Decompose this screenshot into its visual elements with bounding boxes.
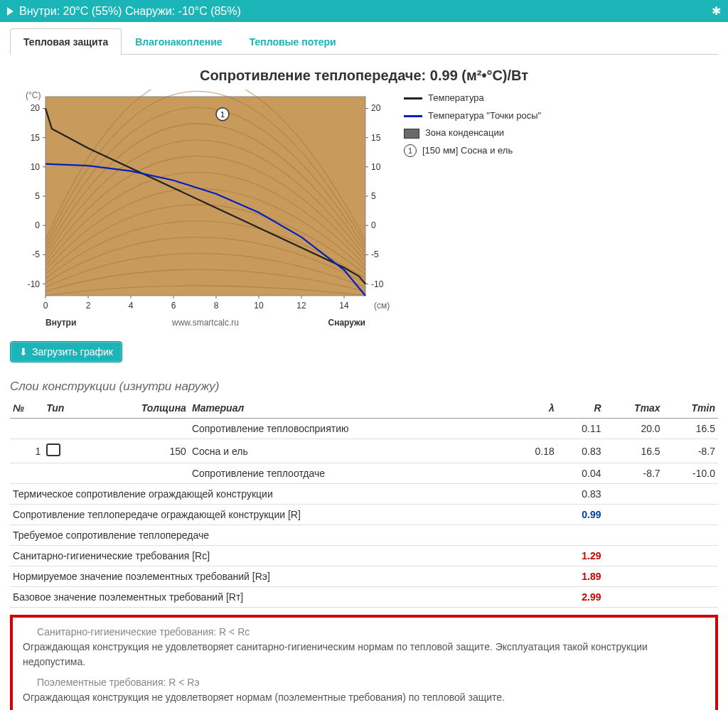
svg-text:2: 2 xyxy=(86,301,91,311)
svg-text:0: 0 xyxy=(43,301,48,311)
summary-row: Термическое сопротивление ограждающей ко… xyxy=(10,484,718,505)
gear-icon[interactable]: ✱ xyxy=(712,4,721,18)
table-row: Сопротивление тепловосприятию0.1120.016.… xyxy=(10,419,718,439)
col-r: R xyxy=(557,398,604,419)
tab-heatloss[interactable]: Тепловые потери xyxy=(236,28,350,55)
expand-icon xyxy=(7,7,14,16)
svg-text:www.smartcalc.ru: www.smartcalc.ru xyxy=(171,318,239,328)
summary-row: Требуемое сопротивление теплопередаче xyxy=(10,525,718,546)
chart-legend: Температура Температура "Точки росы" Зон… xyxy=(394,90,541,331)
legend-dewpoint: Температура "Точки росы" xyxy=(428,107,541,125)
tab-thermal[interactable]: Тепловая защита xyxy=(10,28,122,55)
svg-text:5: 5 xyxy=(35,191,40,201)
col-tmin: Tmin xyxy=(663,398,718,419)
svg-text:15: 15 xyxy=(31,133,41,143)
svg-text:20: 20 xyxy=(31,103,41,113)
legend-temperature: Температура xyxy=(428,90,484,107)
chart: -10-10-5-50055101015152020024681012141(°… xyxy=(10,90,394,331)
warning-sanitary-text: Ограждающая конструкция не удовлетворяет… xyxy=(23,640,705,669)
summary-row: Сопротивление теплопередаче ограждающей … xyxy=(10,505,718,525)
warning-element-text: Ограждающая конструкция не удовлетворяет… xyxy=(23,690,705,705)
svg-text:-10: -10 xyxy=(371,279,384,289)
layers-table: № Тип Толщина Материал λ R Tmax Tmin Соп… xyxy=(10,398,718,608)
warnings-box: Санитарно-гигиенические требования: R < … xyxy=(10,615,718,710)
svg-text:20: 20 xyxy=(371,103,381,113)
svg-text:6: 6 xyxy=(171,301,176,311)
svg-text:5: 5 xyxy=(371,191,376,201)
svg-text:(см): (см) xyxy=(374,301,390,311)
download-chart-button[interactable]: ⬇ Загрузить график xyxy=(10,341,122,362)
summary-row: Санитарно-гигиенические требования [Rс]1… xyxy=(10,546,718,566)
tabs: Тепловая защита Влагонакопление Тепловые… xyxy=(10,28,718,55)
col-lambda: λ xyxy=(508,398,557,419)
svg-text:4: 4 xyxy=(129,301,134,311)
col-no: № xyxy=(10,398,43,419)
table-row: Сопротивление теплоотдаче0.04-8.7-10.0 xyxy=(10,463,718,484)
svg-text:-5: -5 xyxy=(32,249,40,259)
summary-row: Базовое значение поэлементных требований… xyxy=(10,587,718,608)
svg-text:-5: -5 xyxy=(371,249,379,259)
svg-text:14: 14 xyxy=(339,301,349,311)
svg-text:Снаружи: Снаружи xyxy=(328,318,365,328)
warning-element-heading: Поэлементные требования: R < Rэ xyxy=(37,675,705,690)
conditions-header[interactable]: Внутри: 20°C (55%) Снаружи: -10°C (85%) … xyxy=(0,0,728,22)
col-tmax: Tmax xyxy=(604,398,663,419)
page-title: Сопротивление теплопередаче: 0.99 (м²•°С… xyxy=(0,68,728,84)
svg-text:12: 12 xyxy=(296,301,306,311)
conditions-text: Внутри: 20°C (55%) Снаружи: -10°C (85%) xyxy=(19,5,241,18)
summary-row: Нормируемое значение поэлементных требов… xyxy=(10,566,718,587)
legend-condensation: Зона конденсации xyxy=(425,124,504,142)
svg-text:10: 10 xyxy=(371,162,381,172)
table-row: 1150Сосна и ель0.180.8316.5-8.7 xyxy=(10,439,718,463)
col-material: Материал xyxy=(189,398,508,419)
tab-moisture[interactable]: Влагонакопление xyxy=(122,28,235,55)
svg-rect-0 xyxy=(46,97,365,296)
layers-heading: Слои конструкции (изнутри наружу) xyxy=(10,380,718,394)
download-icon: ⬇ xyxy=(19,346,28,357)
svg-text:10: 10 xyxy=(31,162,41,172)
layer-type-icon xyxy=(46,443,60,456)
layer-marker-icon: 1 xyxy=(404,144,417,157)
svg-text:15: 15 xyxy=(371,133,381,143)
condensation-icon xyxy=(404,129,419,139)
col-type: Тип xyxy=(43,398,90,419)
svg-text:Внутри: Внутри xyxy=(46,318,76,328)
svg-text:1: 1 xyxy=(220,110,225,119)
col-thickness: Толщина xyxy=(90,398,189,419)
svg-text:0: 0 xyxy=(35,220,40,230)
legend-layer1: [150 мм] Сосна и ель xyxy=(422,142,513,160)
svg-text:10: 10 xyxy=(254,301,264,311)
svg-text:8: 8 xyxy=(214,301,219,311)
svg-text:(°С): (°С) xyxy=(26,90,41,100)
warning-sanitary-heading: Санитарно-гигиенические требования: R < … xyxy=(37,625,705,640)
svg-text:-10: -10 xyxy=(28,279,41,289)
svg-text:0: 0 xyxy=(371,220,376,230)
